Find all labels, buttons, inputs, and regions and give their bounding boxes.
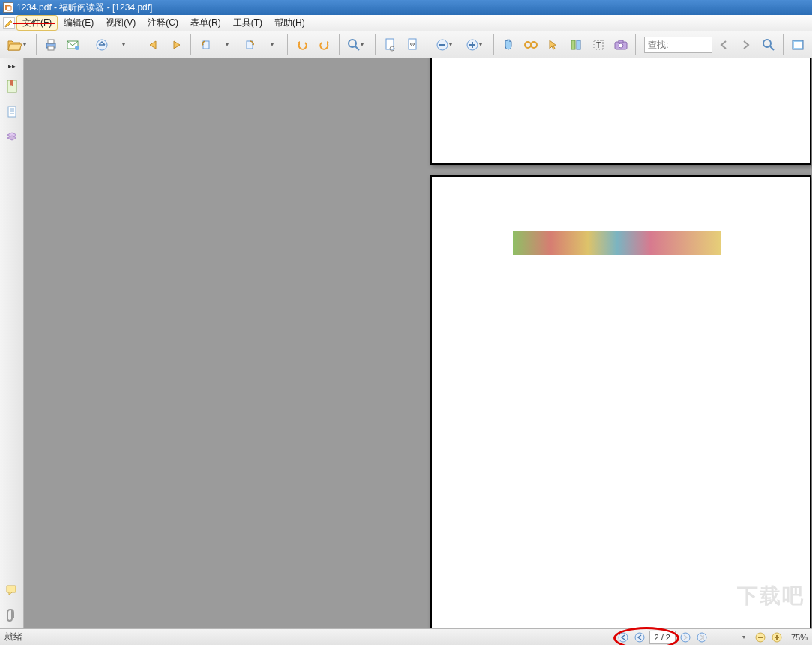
rotate-left-button[interactable] xyxy=(196,35,215,55)
status-last-page-button[interactable] xyxy=(695,631,709,644)
rotate-right-dropdown[interactable]: ▾ xyxy=(263,35,283,55)
svg-point-41 xyxy=(697,633,706,642)
status-next-page-button[interactable] xyxy=(679,631,692,644)
zoom-tool-button[interactable]: ▾ xyxy=(343,35,370,55)
document-viewport[interactable]: 下载吧 xyxy=(24,58,812,628)
svg-point-28 xyxy=(763,40,771,47)
sidebar-collapse-icon[interactable]: ▸▸ xyxy=(4,62,19,70)
fit-page-button[interactable] xyxy=(380,35,400,55)
svg-rect-2 xyxy=(48,46,54,50)
page-number-display: 2 / 2 xyxy=(655,633,670,642)
svg-rect-31 xyxy=(794,42,802,48)
menu-view[interactable]: 视图(V) xyxy=(100,15,142,31)
status-ready-label: 就绪 xyxy=(4,631,22,644)
fit-width-button[interactable] xyxy=(403,35,422,55)
menu-form[interactable]: 表单(R) xyxy=(184,15,227,31)
svg-line-9 xyxy=(355,46,359,50)
first-page-button[interactable] xyxy=(92,35,112,55)
bookmarks-panel-button[interactable] xyxy=(3,77,21,95)
main-toolbar: ▾ ▾ ▾ ▾ xyxy=(0,32,812,58)
menu-tool[interactable]: 工具(T) xyxy=(227,15,268,31)
window-titlebar: 1234.pdf - 福昕阅读器 - [1234.pdf] xyxy=(0,0,812,15)
fullscreen-button[interactable] xyxy=(788,35,808,55)
app-icon xyxy=(3,2,13,13)
svg-rect-33 xyxy=(8,106,16,117)
read-mode-button[interactable] xyxy=(521,35,541,55)
menu-comment[interactable]: 注释(C) xyxy=(142,15,184,31)
svg-point-4 xyxy=(75,46,79,50)
menu-help[interactable]: 帮助(H) xyxy=(268,15,311,31)
redo-button[interactable] xyxy=(315,35,334,55)
svg-text:T: T xyxy=(596,41,601,50)
annotation-underline xyxy=(13,22,55,24)
hand-tool-button[interactable] xyxy=(499,35,518,55)
zoom-in-button[interactable]: ▾ xyxy=(462,35,489,55)
rotate-right-button[interactable] xyxy=(241,35,260,55)
layers-panel-button[interactable] xyxy=(3,128,21,146)
zoom-out-button[interactable]: ▾ xyxy=(432,35,459,55)
svg-point-8 xyxy=(349,40,356,47)
window-title: 1234.pdf - 福昕阅读器 - [1234.pdf] xyxy=(16,2,152,14)
nav-dropdown[interactable]: ▾ xyxy=(115,35,134,55)
attachments-panel-button[interactable] xyxy=(3,607,21,625)
svg-rect-37 xyxy=(7,586,16,592)
view-mode-dropdown[interactable]: ▾ xyxy=(737,631,751,644)
svg-rect-21 xyxy=(571,40,575,50)
svg-point-26 xyxy=(619,44,623,48)
status-zoom-out-button[interactable] xyxy=(754,631,767,644)
bookmark-tool-button[interactable] xyxy=(566,35,586,55)
search-input[interactable] xyxy=(648,40,709,50)
open-button[interactable]: ▾ xyxy=(4,35,31,55)
search-box[interactable] xyxy=(644,37,712,53)
page-number-box[interactable]: 2 / 2 xyxy=(649,631,676,644)
find-next-button[interactable] xyxy=(736,35,756,55)
text-tool-button[interactable]: T xyxy=(589,35,608,55)
svg-point-19 xyxy=(531,42,537,48)
snapshot-button[interactable] xyxy=(611,35,631,55)
page-prev-partial xyxy=(430,58,811,165)
comments-panel-button[interactable] xyxy=(3,581,21,599)
status-prev-page-button[interactable] xyxy=(633,631,646,644)
pages-panel-button[interactable] xyxy=(3,103,21,121)
svg-rect-27 xyxy=(619,40,623,43)
status-zoom-in-button[interactable] xyxy=(770,631,784,644)
menu-edit[interactable]: 编辑(E) xyxy=(58,15,100,31)
find-prev-button[interactable] xyxy=(714,35,733,55)
page-current xyxy=(430,176,811,628)
svg-point-39 xyxy=(635,633,644,642)
statusbar: 就绪 2 / 2 ▾ 75% xyxy=(0,628,812,645)
advanced-search-button[interactable] xyxy=(759,35,778,55)
svg-point-18 xyxy=(525,42,531,48)
print-button[interactable] xyxy=(41,35,61,55)
undo-button[interactable] xyxy=(292,35,312,55)
menubar: 文件(F) 编辑(E) 视图(V) 注释(C) 表单(R) 工具(T) 帮助(H… xyxy=(0,15,812,32)
status-first-page-button[interactable] xyxy=(616,631,630,644)
page-content-gradient xyxy=(513,231,721,255)
svg-point-40 xyxy=(681,633,690,642)
sidebar: ▸▸ xyxy=(0,58,24,628)
svg-point-38 xyxy=(619,633,628,642)
rotate-dropdown[interactable]: ▾ xyxy=(218,35,238,55)
zoom-level-label: 75% xyxy=(791,633,808,642)
select-tool-button[interactable] xyxy=(544,35,563,55)
svg-line-29 xyxy=(770,46,774,50)
email-button[interactable] xyxy=(64,35,83,55)
svg-rect-1 xyxy=(48,40,54,44)
prev-page-button[interactable] xyxy=(144,35,163,55)
next-page-button[interactable] xyxy=(166,35,186,55)
svg-rect-22 xyxy=(577,40,580,50)
